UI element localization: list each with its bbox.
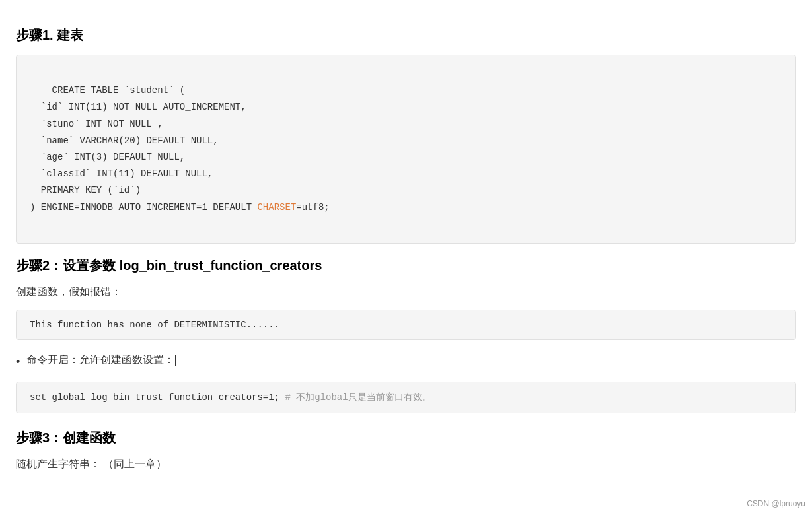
charset-keyword: CHARSET bbox=[257, 202, 296, 213]
bullet-dot: • bbox=[16, 353, 20, 371]
step3-bold: 创建函数 bbox=[63, 430, 116, 445]
step2-param: log_bin_trust_function_creators bbox=[120, 258, 322, 273]
bullet-label: 命令开启：允许创建函数设置： bbox=[26, 353, 176, 367]
code-create-table: CREATE TABLE `student` ( `id` INT(11) NO… bbox=[30, 85, 330, 212]
error-text: This function has none of DETERMINISTIC.… bbox=[30, 320, 279, 330]
step2-description: 创建函数，假如报错： bbox=[16, 285, 796, 299]
text-cursor bbox=[175, 355, 176, 366]
step3-note: 随机产生字符串： （同上一章） bbox=[16, 458, 796, 471]
step3-section: 步骤3：创建函数 随机产生字符串： （同上一章） bbox=[16, 429, 796, 471]
step1-code-block: CREATE TABLE `student` ( `id` INT(11) NO… bbox=[16, 55, 796, 244]
step2-section: 步骤2：设置参数 log_bin_trust_function_creators… bbox=[16, 257, 796, 413]
step1-label: 步骤1. 建表 bbox=[16, 28, 83, 42]
step2-bold: 设置参数 bbox=[63, 258, 116, 273]
step3-heading: 步骤3：创建函数 bbox=[16, 429, 796, 447]
set-code-prefix: set global log_bin_trust_function_creato… bbox=[30, 392, 279, 403]
set-code-comment: # 不加global只是当前窗口有效。 bbox=[279, 392, 431, 403]
step2-heading: 步骤2：设置参数 log_bin_trust_function_creators bbox=[16, 257, 796, 275]
step1-heading: 步骤1. 建表 bbox=[16, 26, 796, 44]
step2-prefix: 步骤2： bbox=[16, 258, 63, 273]
step1-section: 步骤1. 建表 CREATE TABLE `student` ( `id` IN… bbox=[16, 26, 796, 244]
step3-prefix: 步骤3： bbox=[16, 430, 63, 445]
step2-error-block: This function has none of DETERMINISTIC.… bbox=[16, 310, 796, 340]
bullet-item-allow: • 命令开启：允许创建函数设置： bbox=[16, 353, 796, 371]
set-code-block: set global log_bin_trust_function_creato… bbox=[16, 382, 796, 413]
